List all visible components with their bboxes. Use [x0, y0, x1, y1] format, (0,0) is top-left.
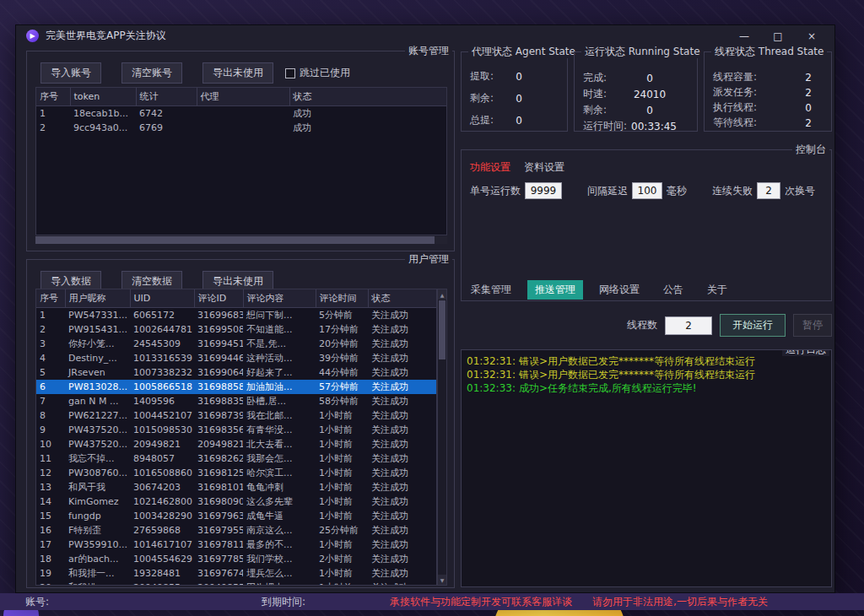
log-message: 成功>任务结束完成,所有线程运行完毕!: [519, 382, 697, 394]
vertical-scrollbar[interactable]: ▲ ▼: [437, 289, 447, 586]
cell-comment-content: 北大去看...: [243, 437, 316, 451]
cell-status: 关注成功: [368, 494, 436, 509]
cell-index: 19: [36, 566, 65, 581]
cell-status: 关注成功: [368, 423, 436, 437]
settings-tab[interactable]: 功能设置: [470, 160, 510, 175]
cell-index: 13: [36, 480, 65, 494]
user-table-row[interactable]: 20 和我排一... 20949855 20949855 因为埋土... 1小时…: [36, 581, 436, 586]
module-tab[interactable]: 采集管理: [463, 280, 519, 300]
state-value: 24010: [623, 89, 677, 100]
horizontal-scrollbar-thumb[interactable]: [35, 236, 435, 244]
cell-uid: 30674203: [130, 480, 194, 494]
user-table-row[interactable]: 16 F特别歪 27659868 31697955 南京这么... 25分钟前 …: [36, 523, 436, 538]
user-table-row[interactable]: 14 KimGomez 1021462800 31698090 这么多先辈 1小…: [36, 494, 436, 509]
cell-status: 关注成功: [368, 581, 436, 586]
col-header-index: 序号: [36, 289, 65, 308]
cell-nickname: gan N M ...: [65, 394, 130, 408]
cell-comment-content: 加油加油...: [243, 380, 316, 394]
user-table-row[interactable]: 2 PW915431... 1002644781 31699508 不知道能..…: [36, 322, 436, 337]
user-table-row[interactable]: 3 你好小笼... 24545309 31699451 不是,凭... 20分钟…: [36, 337, 436, 351]
scroll-up-icon[interactable]: ▲: [438, 289, 446, 300]
module-tab[interactable]: 推送管理: [527, 280, 583, 300]
fail-switch-input[interactable]: [757, 182, 780, 199]
user-table-row[interactable]: 1 PW547331... 6065172 31699683 想问下制... 5…: [36, 308, 436, 323]
state-label: 完成:: [583, 71, 607, 85]
cell-nickname: PW547331...: [65, 308, 130, 323]
module-tab-strip: 采集管理 推送管理 网络设置 公告 关于: [463, 280, 735, 300]
settings-tab[interactable]: 资料设置: [524, 160, 564, 175]
log-entry: 01:32:33:成功>任务结束完成,所有线程运行完毕!: [467, 382, 826, 395]
cell-comment-time: 2小时前: [316, 552, 368, 566]
user-table-row[interactable]: 7 gan N M ... 1409596 31698835 卧槽,居... 5…: [36, 394, 436, 408]
col-header-status: 状态: [368, 289, 436, 308]
user-table-row[interactable]: 9 PW437520... 1015098530 31698356 有青华没..…: [36, 423, 436, 437]
console-panel: 控制台 功能设置 资料设置 单号运行数 间隔延迟 毫秒: [461, 149, 832, 301]
cell-nickname: 你好小笼...: [65, 337, 130, 351]
run-log-panel[interactable]: 运行日志 01:32:31:错误>用户数据已发完*******等待所有线程结束运…: [461, 349, 832, 587]
user-table-row[interactable]: 18 ar的bach... 1004554629 31697785 我们学校..…: [36, 552, 436, 566]
user-table-row[interactable]: 11 我忘不掉... 8948057 31698262 我那会怎... 1小时前…: [36, 451, 436, 466]
user-table-row[interactable]: 8 PW621227... 1004452107 31698739 我在北邮..…: [36, 408, 436, 423]
cell-comment-time: 5分钟前: [316, 308, 368, 323]
user-table-row[interactable]: 5 JRseven 1007338232 31699064 好起来了... 44…: [36, 365, 436, 380]
user-table-row[interactable]: 15 fungdp 1003428290 31697963 成龟牛逼 1小时前 …: [36, 509, 436, 523]
cell-index: 7: [36, 394, 65, 408]
users-table: 序号 用户昵称 UID 评论ID 评论内容 评论时间 状态: [35, 289, 437, 586]
cell-comment-time: 1小时前: [316, 494, 368, 509]
thread-count-input[interactable]: [665, 316, 712, 335]
cell-status: 关注成功: [368, 322, 436, 337]
import-accounts-button[interactable]: 导入账号: [40, 62, 101, 84]
cell-comment-id: 31698125: [194, 466, 243, 480]
user-table-row[interactable]: 19 和我排一... 19328481 31697674 埋兵怎么... 1小时…: [36, 566, 436, 581]
cell-comment-content: 我在北邮...: [243, 408, 316, 423]
maximize-button[interactable]: □: [765, 28, 791, 45]
export-unused-accounts-button[interactable]: 导出未使用: [202, 62, 273, 84]
user-table-row[interactable]: 13 和风于我 30674203 31698101 龟龟冲刺 1小时前 关注成功: [36, 480, 436, 494]
fail-switch-label: 连续失败: [712, 184, 753, 198]
module-tab[interactable]: 网络设置: [591, 280, 647, 300]
user-table-row[interactable]: 10 PW437520... 20949821 20949821 北大去看...…: [36, 437, 436, 451]
user-table-row[interactable]: 6 PW813028... 1005866518 31698858 加油加油..…: [36, 380, 436, 394]
cell-status: 关注成功: [368, 451, 436, 466]
clear-accounts-button[interactable]: 清空账号: [122, 62, 182, 84]
cell-uid: 8948057: [130, 451, 194, 466]
minimize-button[interactable]: —: [732, 28, 757, 45]
cell-comment-time: 1小时前: [316, 566, 368, 581]
state-label: 执行线程:: [713, 100, 757, 115]
user-table-row[interactable]: 4 Destiny_... 1013316539 31699446 这种活动..…: [36, 351, 436, 365]
statusbar-notice: 承接软件与功能定制开发可联系客服详谈 请勿用于非法用途,一切后果与作者无关: [390, 595, 768, 609]
horizontal-scrollbar[interactable]: [35, 236, 447, 244]
state-row: 运行时间: 00:33:45: [575, 119, 697, 133]
cell-comment-content: 因为埋土...: [243, 581, 316, 586]
account-management-panel: 账号管理 导入账号 清空账号 导出未使用 跳过已使用 序号 token: [26, 51, 455, 251]
cell-comment-content: 不是,凭...: [243, 337, 316, 351]
user-table-row[interactable]: 12 PW308760... 1016508860 31698125 哈尔滨工.…: [36, 466, 436, 480]
pause-button[interactable]: 暂停: [793, 314, 832, 337]
app-logo-icon: ▶: [26, 30, 39, 42]
per-account-run-input[interactable]: [525, 182, 562, 199]
thread-count-label: 线程数: [627, 318, 657, 332]
cell-nickname: PW359910...: [65, 538, 130, 552]
cell-index: 2: [36, 322, 65, 337]
checkbox-box-icon[interactable]: [285, 68, 295, 78]
state-value: 0: [494, 115, 544, 127]
start-run-button[interactable]: 开始运行: [720, 314, 786, 337]
module-tab[interactable]: 公告: [656, 280, 691, 300]
cell-comment-id: 31699446: [194, 351, 243, 365]
skip-used-checkbox[interactable]: 跳过已使用: [285, 66, 350, 80]
scroll-down-icon[interactable]: ▼: [438, 575, 446, 585]
cell-comment-time: 1小时前: [316, 581, 368, 586]
cell-comment-content: 我那会怎...: [243, 451, 316, 466]
cell-comment-id: 31699451: [194, 337, 243, 351]
cell-token: 18ecab1b...: [70, 106, 136, 122]
cell-comment-id: 31699064: [194, 365, 243, 380]
thread-state-panel: 线程状态 Thread State 线程容量: 2 派发任务: 2 执行线程:: [704, 51, 832, 132]
vertical-scrollbar-thumb[interactable]: [439, 300, 446, 359]
user-table-row[interactable]: 17 PW359910... 1014617107 31697811 最多的不.…: [36, 538, 436, 552]
interval-delay-input[interactable]: [632, 182, 662, 199]
cell-nickname: fungdp: [65, 509, 130, 523]
module-tab[interactable]: 关于: [699, 280, 735, 300]
close-button[interactable]: ×: [799, 28, 824, 45]
account-table-row[interactable]: 1 18ecab1b... 6742 成功: [36, 106, 446, 122]
account-table-row[interactable]: 2 9cc943a0... 6769 成功: [36, 121, 446, 135]
